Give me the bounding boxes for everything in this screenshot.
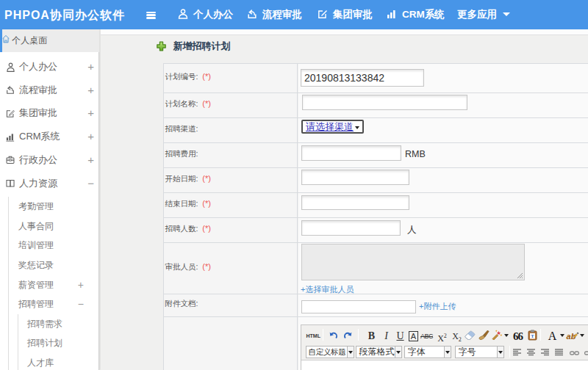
svg-text:T: T — [531, 333, 534, 338]
